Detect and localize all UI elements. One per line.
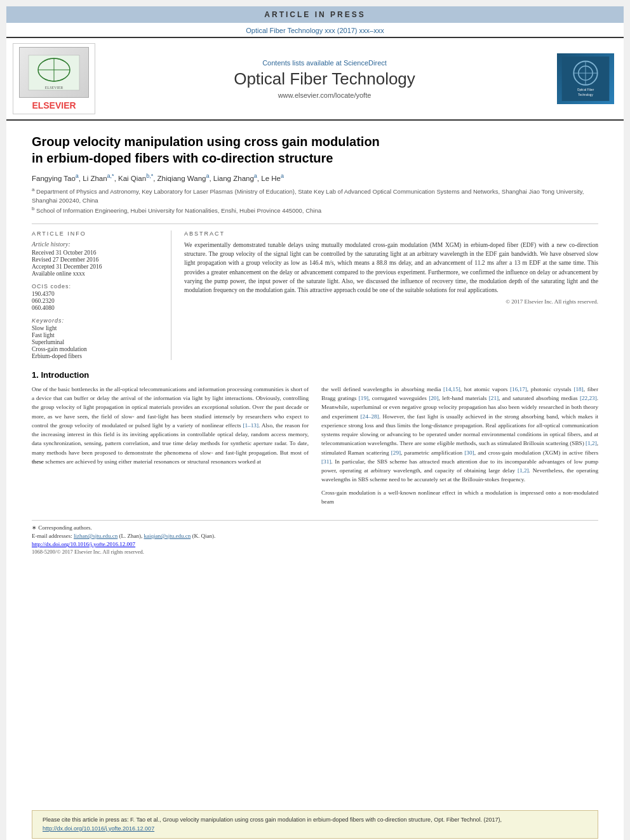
intro-para-right-1: the well defined wavelengths in absorbin… [321, 385, 598, 484]
email2-link[interactable]: kaiqian@sjtu.edu.cn [144, 533, 191, 539]
affiliations: a Department of Physics and Astronomy, K… [32, 186, 598, 216]
article-in-press-banner: ARTICLE IN PRESS [6, 6, 624, 23]
copyright-line: © 2017 Elsevier Inc. All rights reserved… [184, 298, 598, 305]
revised-date: Revised 27 December 2016 [32, 257, 162, 263]
intro-col-left: One of the basic bottlenecks in the all-… [32, 385, 309, 510]
email1-link[interactable]: lizhan@sjtu.edu.cn [74, 533, 117, 539]
journal-ref: Optical Fiber Technology xxx (2017) xxx–… [6, 23, 624, 37]
journal-url: www.elsevier.com/locate/yofte [278, 91, 372, 99]
affiliation-b: School of Information Engineering, Hubei… [36, 208, 321, 215]
intro-col-right: the well defined wavelengths in absorbin… [321, 385, 598, 510]
keyword-slow-light: Slow light [32, 325, 162, 331]
received-date: Received 31 October 2016 [32, 250, 162, 256]
article-info-col: ARTICLE INFO Article history: Received 3… [32, 230, 171, 360]
article-info-abstract-section: ARTICLE INFO Article history: Received 3… [32, 223, 598, 360]
intro-body-columns: One of the basic bottlenecks in the all-… [32, 385, 598, 510]
header-area: ELSEVIER ELSEVIER Contents lists availab… [6, 37, 624, 121]
intro-para-right-2: Cross-gain modulation is a well-known no… [321, 488, 598, 507]
accepted-date: Accepted 31 December 2016 [32, 263, 162, 270]
article-info-label: ARTICLE INFO [32, 230, 162, 237]
doi-line[interactable]: http://dx.doi.org/10.1016/j.yofte.2016.1… [32, 541, 598, 547]
keyword-edf: Erbium-doped fibers [32, 353, 162, 359]
keywords-label: Keywords: [32, 317, 162, 324]
svg-text:Technology: Technology [578, 93, 593, 97]
issn-line: 1068-5200/© 2017 Elsevier Inc. All right… [32, 549, 598, 555]
journal-logo-right: Optical Fiber Technology [554, 43, 617, 114]
email1-name: (L. Zhan), [119, 533, 143, 539]
svg-text:Optical Fiber: Optical Fiber [577, 88, 594, 91]
article-history-label: Article history: [32, 241, 162, 248]
abstract-col: ABSTRACT We experimentally demonstrated … [184, 230, 598, 360]
doi-link[interactable]: http://dx.doi.org/10.1016/j.yofte.2016.1… [32, 541, 135, 547]
ocis-code-1: 190.4370 [32, 291, 162, 297]
svg-text:ELSEVIER: ELSEVIER [45, 86, 63, 90]
citation-text: Please cite this article in press as: F.… [43, 816, 587, 833]
header-center: Contents lists available at ScienceDirec… [102, 43, 547, 114]
journal-logo-box: Optical Fiber Technology [557, 53, 614, 104]
citation-bar: Please cite this article in press as: F.… [32, 810, 598, 839]
email-footnote: E-mail addresses: lizhan@sjtu.edu.cn (L.… [32, 533, 598, 539]
ocis-section: OCIS codes: 190.4370 060.2320 060.4080 [32, 283, 162, 311]
ocis-label: OCIS codes: [32, 283, 162, 290]
sciencedirect-link[interactable]: ScienceDirect [344, 59, 387, 67]
intro-para-1: One of the basic bottlenecks in the all-… [32, 385, 309, 466]
email2-name: (K. Qian). [192, 533, 216, 539]
contents-available: Contents lists available at ScienceDirec… [262, 59, 387, 67]
ocis-code-3: 060.4080 [32, 305, 162, 311]
article-content: Group velocity manipulation using cross … [6, 121, 624, 804]
authors-line: Fangying Taoa, Li Zhana,*, Kai Qianb,*, … [32, 173, 598, 182]
article-title: Group velocity manipulation using cross … [32, 133, 598, 166]
page: ARTICLE IN PRESS Optical Fiber Technolog… [6, 6, 624, 840]
keyword-xgm: Cross-gain modulation [32, 346, 162, 352]
corresponding-text: ∗ Corresponding authors. [32, 524, 92, 531]
keyword-fast-light: Fast light [32, 332, 162, 338]
keywords-section: Keywords: Slow light Fast light Superlum… [32, 317, 162, 359]
abstract-text: We experimentally demonstrated tunable d… [184, 241, 598, 295]
affiliation-a: Department of Physics and Astronomy, Key… [32, 188, 584, 204]
contents-label: Contents lists available at [262, 59, 342, 67]
elsevier-logo-area: ELSEVIER ELSEVIER [13, 43, 95, 114]
banner-text: ARTICLE IN PRESS [264, 10, 365, 19]
journal-title-header: Optical Fiber Technology [234, 69, 415, 89]
citation-doi-link[interactable]: http://dx.doi.org/10.1016/j.yofte.2016.1… [43, 825, 154, 832]
available-online: Available online xxxx [32, 270, 162, 277]
corresponding-footnote: ∗ Corresponding authors. [32, 524, 598, 531]
abstract-label: ABSTRACT [184, 230, 598, 237]
citation-bar-text: Please cite this article in press as: F.… [43, 817, 502, 823]
footnotes-area: ∗ Corresponding authors. E-mail addresse… [32, 520, 598, 555]
keyword-superluminal: Superluminal [32, 339, 162, 345]
email-label: E-mail addresses: [32, 533, 72, 539]
ocis-code-2: 060.2320 [32, 298, 162, 304]
introduction-section: 1. Introduction One of the basic bottlen… [32, 370, 598, 510]
intro-heading: 1. Introduction [32, 370, 598, 380]
elsevier-logo-image: ELSEVIER [19, 47, 89, 98]
journal-ref-text: Optical Fiber Technology xxx (2017) xxx–… [246, 27, 384, 34]
elsevier-wordmark: ELSEVIER [32, 100, 76, 110]
